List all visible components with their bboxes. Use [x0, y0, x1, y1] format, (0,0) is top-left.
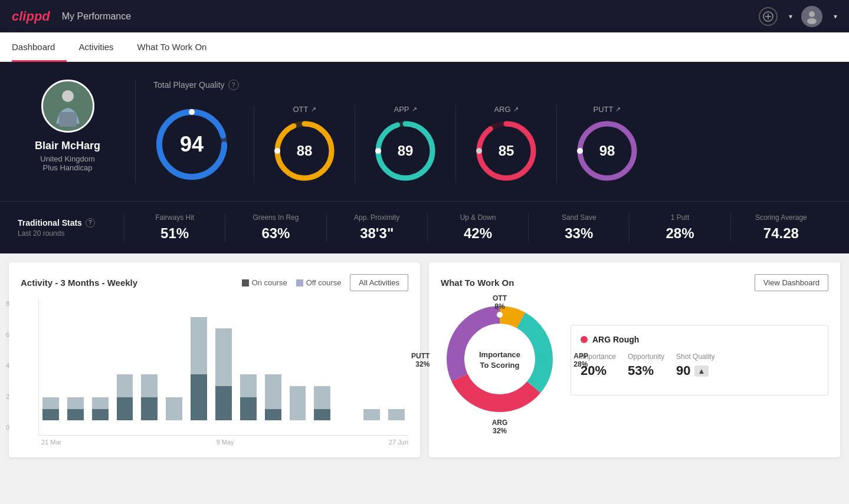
legend-on-course: On course: [242, 278, 287, 287]
ott-label: OTT ↗: [293, 105, 316, 114]
chart-legend: On course Off course: [242, 278, 342, 287]
ott-card: OTT ↗ 88: [254, 105, 355, 183]
on-course-bar: [314, 409, 330, 420]
chart-area: [38, 300, 408, 436]
header: clippd My Performance ▾ ▾: [0, 0, 849, 32]
stat-fairways: Fairways Hit 51%: [124, 213, 225, 242]
off-course-bar: [265, 374, 281, 409]
bar-group: [187, 300, 211, 420]
work-on-title: What To Work On: [441, 278, 514, 288]
quality-label: Total Player Quality ?: [153, 80, 831, 90]
ott-value: 88: [297, 143, 313, 159]
on-course-bar: [141, 397, 158, 420]
off-course-bar: [117, 374, 133, 397]
on-course-bar: [42, 409, 59, 420]
on-course-bar: [67, 409, 84, 420]
arg-ring: 85: [474, 118, 539, 183]
stat-greens: Greens In Reg 63%: [225, 213, 326, 242]
header-right: ▾ ▾: [759, 6, 837, 27]
user-avatar-btn[interactable]: [801, 6, 822, 27]
logo-text: clippd: [12, 9, 50, 24]
player-country: United Kingdom: [40, 154, 95, 163]
app-ring: 89: [373, 118, 438, 183]
sandsave-value: 33%: [535, 225, 623, 242]
logo[interactable]: clippd: [12, 9, 50, 24]
tab-activities[interactable]: Activities: [78, 34, 125, 62]
arg-value: 85: [499, 143, 514, 159]
all-activities-button[interactable]: All Activities: [350, 274, 408, 291]
putt-segment-label: PUTT32%: [411, 352, 430, 368]
fairways-value: 51%: [130, 225, 219, 242]
ott-segment-label: OTT8%: [493, 294, 507, 311]
svg-point-31: [453, 356, 458, 362]
off-course-bar: [92, 397, 109, 409]
arg-segment-label: ARG32%: [492, 419, 508, 435]
chart-container: 8 6 4 2 0 21 Mar 9 May 27 Jun: [21, 300, 408, 446]
bar-group: [310, 300, 334, 420]
traditional-stats: Traditional Stats ? Last 20 rounds Fairw…: [0, 201, 849, 253]
legend-off-course: Off course: [296, 278, 342, 287]
greens-value: 63%: [231, 225, 320, 242]
app-label: APP ↗: [394, 105, 417, 114]
main-gauge-ring: 94: [153, 106, 230, 183]
metric-shot-quality: Shot Quality 90 ▲: [676, 353, 714, 378]
add-icon[interactable]: [759, 7, 778, 26]
updown-value: 42%: [434, 225, 522, 242]
bar-group: [212, 300, 235, 420]
off-course-bar: [166, 397, 182, 420]
putt-ring: 98: [575, 118, 640, 183]
shot-quality-badge: ▲: [694, 365, 709, 377]
donut-center-label: ImportanceTo Scoring: [479, 350, 520, 371]
main-score-value: 94: [180, 132, 204, 157]
svg-rect-7: [59, 112, 77, 127]
bar-group: [88, 300, 112, 420]
fairways-label: Fairways Hit: [130, 213, 219, 222]
off-course-bar: [314, 386, 330, 409]
oneputt-value: 28%: [635, 225, 724, 242]
app-value: 89: [398, 143, 414, 159]
proximity-value: 38'3": [333, 225, 421, 242]
bar-group: [64, 300, 87, 420]
off-course-bar: [240, 374, 257, 397]
arg-label: ARG ↗: [494, 105, 518, 114]
app-card: APP ↗ 89: [355, 105, 456, 183]
svg-point-4: [807, 18, 817, 24]
player-handicap: Plus Handicap: [43, 163, 93, 172]
chart-y-labels: 8 6 4 2 0: [6, 300, 9, 431]
work-on-panel: What To Work On View Dashboard OTT8% APP…: [429, 262, 840, 457]
bar-group: [39, 300, 63, 420]
trad-help-icon[interactable]: ?: [86, 218, 95, 228]
svg-point-3: [809, 11, 815, 17]
bar-group: [360, 300, 383, 420]
off-course-bar: [67, 397, 84, 409]
svg-point-10: [189, 109, 195, 115]
proximity-label: App. Proximity: [333, 213, 421, 222]
view-dashboard-button[interactable]: View Dashboard: [755, 274, 828, 291]
putt-trend: ↗: [615, 106, 621, 113]
svg-point-13: [274, 148, 280, 154]
activity-panel-header: Activity - 3 Months - Weekly On course O…: [21, 274, 408, 291]
on-course-dot: [242, 279, 249, 286]
donut-wrapper: OTT8% APP28% ARG32% PUTT32%: [441, 300, 559, 420]
stat-sandsave: Sand Save 33%: [528, 213, 629, 242]
trad-stats-label: Traditional Stats ? Last 20 rounds: [18, 218, 124, 238]
putt-label: PUTT ↗: [594, 105, 621, 114]
stat-proximity: App. Proximity 38'3": [326, 213, 427, 242]
svg-point-29: [541, 356, 547, 362]
metric-opportunity: Opportunity 53%: [628, 353, 664, 378]
bar-group: [113, 300, 137, 420]
stat-oneputt: 1 Putt 28%: [629, 213, 730, 242]
tab-dashboard[interactable]: Dashboard: [12, 34, 67, 62]
tab-what-to-work-on[interactable]: What To Work On: [137, 34, 219, 62]
sandsave-label: Sand Save: [535, 213, 623, 222]
user-dropdown-arrow[interactable]: ▾: [834, 12, 837, 21]
header-title: My Performance: [62, 11, 131, 22]
oneputt-label: 1 Putt: [635, 213, 724, 222]
work-on-content: OTT8% APP28% ARG32% PUTT32%: [441, 300, 828, 420]
activity-panel-title: Activity - 3 Months - Weekly: [21, 278, 137, 288]
trad-stats-title: Traditional Stats ?: [18, 218, 124, 228]
off-course-bar: [42, 397, 59, 409]
add-dropdown-arrow[interactable]: ▾: [789, 12, 792, 21]
info-card-title: ARG Rough: [581, 335, 818, 344]
quality-help-icon[interactable]: ?: [228, 80, 239, 90]
